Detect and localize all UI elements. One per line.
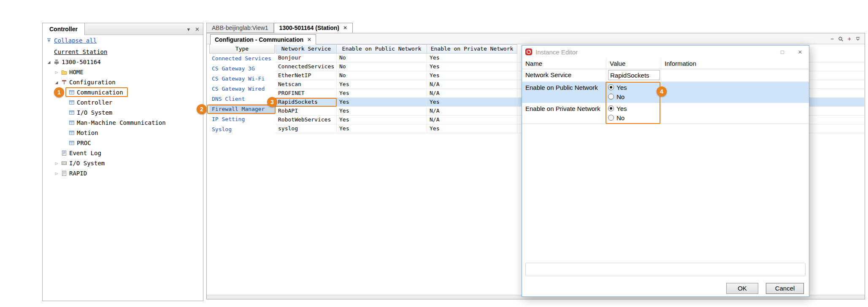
cell-public: No bbox=[337, 62, 427, 71]
type-item-ip-setting[interactable]: IP Setting bbox=[209, 114, 275, 124]
instance-description-input[interactable] bbox=[525, 263, 806, 276]
type-item-dns-client[interactable]: DNS Client bbox=[209, 94, 275, 104]
cell-network-service: syslog bbox=[276, 124, 337, 133]
cell-private: Yes bbox=[427, 124, 517, 133]
type-item-syslog[interactable]: Syslog bbox=[209, 124, 275, 135]
cell-network-service: Netscan bbox=[276, 80, 337, 89]
tree-item-label: RAPID bbox=[68, 170, 87, 177]
tree-item-current-station[interactable]: Current Station bbox=[43, 47, 203, 57]
tab-1300-501164-station[interactable]: 1300-501164 (Station) ✕ bbox=[274, 23, 353, 33]
view-tab-bar: ABB-beijinglab:View1 1300-501164 (Statio… bbox=[206, 23, 353, 33]
tree-item-communication[interactable]: Communication bbox=[43, 87, 203, 97]
tab-controller[interactable]: Controller bbox=[42, 23, 85, 35]
tree-item-io-system-config[interactable]: I/O System bbox=[43, 108, 203, 118]
rapid-program-icon bbox=[60, 170, 68, 176]
field-value: Yes No bbox=[606, 103, 661, 124]
radio-public-no[interactable]: No bbox=[608, 92, 661, 101]
expander-collapsed-icon[interactable]: ▷ bbox=[53, 171, 60, 176]
cell-network-service: PROFINET bbox=[276, 89, 337, 97]
field-information bbox=[661, 69, 809, 81]
tree-item-label: HOME bbox=[68, 69, 84, 75]
config-grid-icon bbox=[68, 100, 76, 105]
search-icon[interactable] bbox=[838, 36, 844, 42]
step-4-badge: 4 bbox=[657, 86, 667, 97]
maximize-icon[interactable]: □ bbox=[773, 46, 791, 58]
type-list-header: Type bbox=[209, 44, 275, 54]
tree-item-controller-config[interactable]: Controller bbox=[43, 97, 203, 108]
dialog-column-name: Name bbox=[522, 58, 606, 69]
radio-public-yes[interactable]: Yes bbox=[608, 83, 661, 92]
radio-private-yes[interactable]: Yes bbox=[608, 104, 661, 113]
tree-item-rapid[interactable]: ▷ RAPID bbox=[43, 168, 203, 178]
tree-item-motion[interactable]: Motion bbox=[43, 128, 203, 138]
column-header-network-service[interactable]: Network Service bbox=[276, 44, 337, 54]
tree-item-home[interactable]: ▷ HOME bbox=[43, 67, 203, 77]
collapse-all-link[interactable]: Collapse all bbox=[54, 37, 97, 44]
step-3-badge: 3 bbox=[267, 97, 277, 107]
radio-unchecked-icon bbox=[608, 94, 614, 100]
tree-item-configuration[interactable]: ◢ Configuration bbox=[43, 77, 203, 87]
config-grid-icon bbox=[68, 140, 76, 146]
cell-public: No bbox=[337, 71, 427, 80]
tree-item-label: PROC bbox=[76, 140, 91, 146]
tab-configuration-communication[interactable]: Configuration - Communication ✕ bbox=[210, 34, 316, 45]
tree-item-1300-501164[interactable]: ◢ 1300-501164 bbox=[43, 57, 203, 67]
step-2-badge: 2 bbox=[197, 104, 207, 114]
expander-collapsed-icon[interactable]: ▷ bbox=[53, 161, 60, 166]
io-system-icon bbox=[60, 160, 68, 166]
radio-label: No bbox=[617, 114, 625, 121]
close-icon[interactable]: ✕ bbox=[307, 37, 311, 43]
cell-public: Yes bbox=[337, 116, 427, 124]
tree-item-label: Configuration bbox=[68, 79, 116, 86]
cell-private: Yes bbox=[427, 98, 517, 106]
tree-item-label: I/O System bbox=[76, 109, 112, 116]
type-item-connected-services[interactable]: Connected Services bbox=[209, 54, 275, 64]
zoom-out-icon[interactable]: − bbox=[830, 35, 834, 42]
field-value bbox=[606, 69, 661, 81]
type-list-panel: Type Connected Services CS Gateway 3G CS… bbox=[209, 44, 275, 295]
tab-abb-beijinglab-view1[interactable]: ABB-beijinglab:View1 bbox=[206, 23, 274, 33]
panel-menu-icon[interactable]: ▾ bbox=[187, 26, 190, 32]
type-item-cs-gateway-wired[interactable]: CS Gateway Wired bbox=[209, 84, 275, 94]
event-log-icon bbox=[60, 150, 68, 156]
close-icon[interactable]: ✕ bbox=[343, 23, 347, 32]
column-header-enable-private[interactable]: Enable on Private Network bbox=[427, 44, 517, 54]
tree-item-man-machine-communication[interactable]: Man-Machine Communication bbox=[43, 118, 203, 128]
dialog-column-information: Information bbox=[661, 58, 809, 69]
expander-expanded-icon[interactable]: ◢ bbox=[45, 59, 53, 65]
tree-item-event-log[interactable]: Event Log bbox=[43, 148, 203, 158]
cell-network-service: ConnectedServices bbox=[276, 62, 337, 71]
cell-network-service: RobAPI bbox=[276, 107, 337, 115]
tree-item-proc[interactable]: PROC bbox=[43, 138, 203, 148]
cell-public: Yes bbox=[337, 107, 427, 115]
close-icon[interactable]: ✕ bbox=[791, 46, 809, 58]
configuration-tools-icon bbox=[60, 79, 68, 85]
cell-public: Yes bbox=[337, 98, 427, 106]
radio-private-no[interactable]: No bbox=[608, 113, 661, 122]
cell-network-service: RapidSockets bbox=[276, 98, 337, 106]
close-icon[interactable]: ✕ bbox=[195, 26, 200, 32]
type-item-cs-gateway-3g[interactable]: CS Gateway 3G bbox=[209, 64, 275, 74]
cell-public: Yes bbox=[337, 80, 427, 89]
network-service-value-input[interactable] bbox=[608, 70, 660, 80]
tree-item-io-system[interactable]: ▷ I/O System bbox=[43, 158, 203, 168]
panel-menu-icon[interactable] bbox=[855, 36, 860, 41]
tree-item-label: Motion bbox=[76, 129, 98, 136]
document-tab-strip: Configuration - Communication ✕ − + bbox=[207, 33, 865, 44]
radio-unchecked-icon bbox=[608, 115, 614, 121]
expander-expanded-icon[interactable]: ◢ bbox=[53, 80, 60, 85]
column-header-enable-public[interactable]: Enable on Public Network bbox=[337, 44, 427, 54]
field-row-enable-private-network: Enable on Private Network Yes No bbox=[522, 103, 809, 124]
radio-label: Yes bbox=[617, 84, 627, 91]
tab-label: 1300-501164 (Station) bbox=[279, 23, 339, 32]
cell-private: N/A bbox=[427, 89, 517, 97]
cancel-button[interactable]: Cancel bbox=[766, 283, 804, 294]
type-item-firewall-manager[interactable]: Firewall Manager bbox=[209, 104, 275, 114]
field-information bbox=[661, 103, 809, 124]
robot-controller-icon bbox=[53, 59, 60, 65]
expander-collapsed-icon[interactable]: ▷ bbox=[53, 70, 60, 75]
ok-button[interactable]: OK bbox=[726, 283, 758, 294]
zoom-in-icon[interactable]: + bbox=[848, 35, 851, 42]
type-item-cs-gateway-wifi[interactable]: CS Gateway Wi-Fi bbox=[209, 74, 275, 84]
cell-private: N/A bbox=[427, 116, 517, 124]
